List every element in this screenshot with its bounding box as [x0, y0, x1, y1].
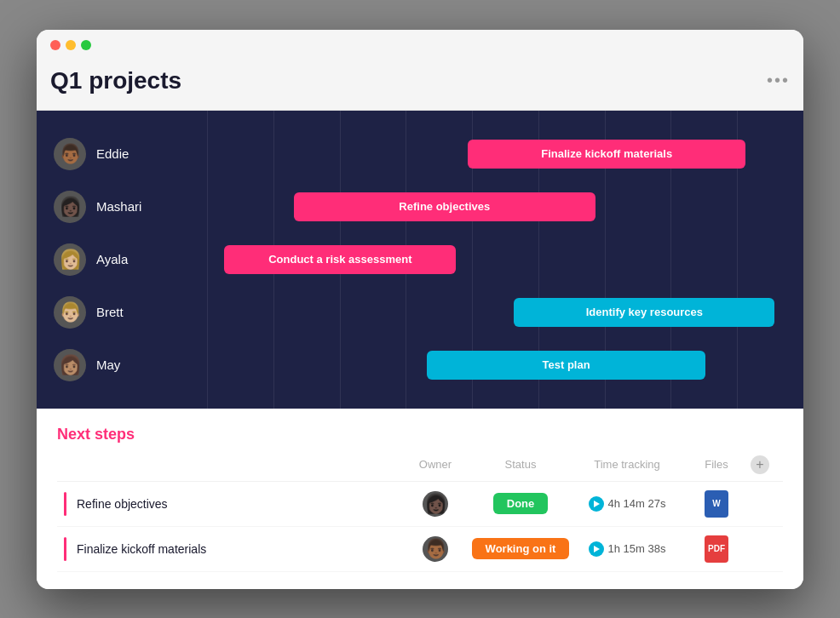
- next-steps-section: Next steps Owner Status Time tracking Fi…: [37, 409, 803, 589]
- files-cell-refine: W: [682, 490, 751, 518]
- time-cell-refine: 4h 14m 27s: [572, 496, 682, 512]
- status-badge-finalize[interactable]: Working on it: [472, 538, 570, 559]
- gantt-row-brett: Brett Identify key resources: [37, 286, 803, 339]
- task-name-refine: Refine objectives: [77, 497, 168, 511]
- gantt-chart: Eddie Finalize kickoff materials Mashari…: [37, 111, 803, 409]
- time-value-refine: 4h 14m 27s: [608, 497, 666, 510]
- time-value-finalize: 1h 15m 38s: [608, 542, 666, 555]
- files-cell-finalize: PDF: [682, 535, 751, 563]
- person-mashari: Mashari: [54, 191, 207, 223]
- gantt-bar-area-mashari: Refine objectives: [207, 191, 786, 223]
- table-header: Owner Status Time tracking Files +: [57, 455, 783, 482]
- minimize-button[interactable]: [66, 40, 76, 50]
- person-name-eddie: Eddie: [96, 146, 129, 161]
- gantt-bar-area-eddie: Finalize kickoff materials: [207, 138, 786, 170]
- status-cell-refine[interactable]: Done: [469, 493, 572, 514]
- file-pdf-icon-finalize[interactable]: PDF: [705, 535, 728, 563]
- col-header-time: Time tracking: [572, 458, 682, 471]
- gantt-bar-area-ayala: Conduct a risk assessment: [207, 243, 786, 276]
- person-name-ayala: Ayala: [96, 252, 128, 266]
- gantt-row-ayala: Ayala Conduct a risk assessment: [37, 233, 803, 286]
- avatar-brett: [54, 296, 86, 329]
- task-name-cell-refine: Refine objectives: [64, 492, 401, 516]
- task-indicator-finalize: [64, 537, 66, 561]
- gantt-bar-may[interactable]: Test plan: [427, 351, 705, 380]
- main-window: Q1 projects ••• Eddie Finalize kickoff m…: [37, 30, 803, 589]
- task-name-cell-finalize: Finalize kickoff materials: [64, 537, 401, 561]
- person-name-mashari: Mashari: [96, 199, 141, 214]
- next-steps-title: Next steps: [57, 426, 783, 443]
- play-icon-refine[interactable]: [589, 496, 604, 512]
- avatar-ayala: [54, 243, 86, 276]
- col-header-files: Files: [682, 458, 751, 471]
- traffic-lights: [50, 40, 790, 50]
- col-header-add: +: [751, 455, 776, 474]
- play-icon-finalize[interactable]: [589, 541, 604, 557]
- table-row-refine: Refine objectives Done 4h 14m 27s W: [57, 482, 783, 527]
- avatar-mashari: [54, 191, 86, 223]
- gantt-bar-mashari[interactable]: Refine objectives: [294, 192, 595, 221]
- person-name-brett: Brett: [96, 305, 124, 319]
- gantt-row-eddie: Eddie Finalize kickoff materials: [37, 128, 803, 180]
- time-cell-finalize: 1h 15m 38s: [572, 541, 682, 557]
- table-row-finalize: Finalize kickoff materials Working on it…: [57, 527, 783, 572]
- person-ayala: Ayala: [54, 243, 207, 276]
- gantt-bar-area-may: Test plan: [207, 349, 786, 381]
- close-button[interactable]: [50, 40, 60, 50]
- owner-cell-finalize: [401, 536, 469, 562]
- task-indicator-refine: [64, 492, 66, 516]
- owner-avatar-refine: [423, 491, 448, 517]
- gantt-row-mashari: Mashari Refine objectives: [37, 180, 803, 233]
- gantt-bar-ayala[interactable]: Conduct a risk assessment: [224, 245, 456, 274]
- gantt-row-may: May Test plan: [37, 339, 803, 392]
- col-header-owner: Owner: [401, 458, 469, 471]
- gantt-bar-area-brett: Identify key resources: [207, 296, 786, 329]
- more-options-button[interactable]: •••: [767, 71, 790, 90]
- add-column-button[interactable]: +: [751, 455, 769, 474]
- person-name-may: May: [96, 358, 120, 372]
- gantt-bar-brett[interactable]: Identify key resources: [514, 298, 774, 327]
- page-title: Q1 projects: [50, 67, 181, 94]
- owner-cell-refine: [401, 491, 469, 517]
- avatar-may: [54, 349, 86, 381]
- file-word-icon-refine[interactable]: W: [705, 490, 728, 518]
- col-header-status: Status: [469, 458, 572, 471]
- owner-avatar-finalize: [423, 536, 448, 562]
- status-cell-finalize[interactable]: Working on it: [469, 538, 572, 559]
- person-may: May: [54, 349, 207, 381]
- avatar-eddie: [54, 138, 86, 170]
- task-name-finalize: Finalize kickoff materials: [77, 542, 206, 556]
- person-eddie: Eddie: [54, 138, 207, 170]
- status-badge-refine[interactable]: Done: [493, 493, 549, 514]
- gantt-bar-eddie[interactable]: Finalize kickoff materials: [468, 140, 745, 169]
- title-bar: Q1 projects •••: [37, 30, 803, 111]
- person-brett: Brett: [54, 296, 207, 329]
- maximize-button[interactable]: [81, 40, 91, 50]
